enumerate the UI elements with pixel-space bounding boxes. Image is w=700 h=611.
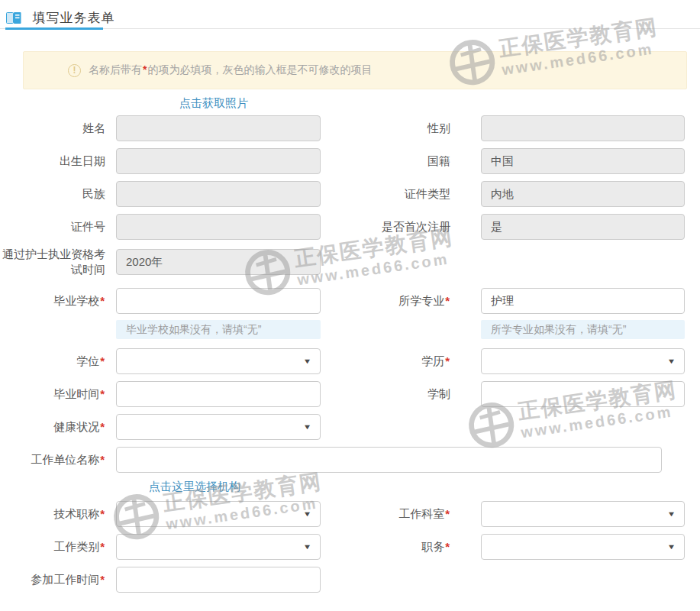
major-label: 所学专业* bbox=[350, 293, 450, 309]
row-employer: 工作单位名称* bbox=[0, 447, 700, 473]
required-asterisk: * bbox=[444, 507, 450, 520]
major-input[interactable] bbox=[481, 288, 685, 314]
row-exam-time: 通过护士执业资格考试时间 bbox=[0, 247, 700, 277]
required-asterisk: * bbox=[444, 294, 450, 307]
chevron-down-icon: ▼ bbox=[667, 510, 676, 518]
birth-date-label: 出生日期 bbox=[0, 154, 105, 169]
work-start-input[interactable] bbox=[116, 567, 321, 593]
department-select[interactable]: ▼ bbox=[481, 501, 685, 527]
required-asterisk: * bbox=[99, 420, 105, 433]
ethnicity-label: 民族 bbox=[0, 186, 105, 202]
duty-label: 职务* bbox=[350, 539, 450, 554]
required-asterisk: * bbox=[99, 453, 105, 466]
title-underline bbox=[5, 27, 103, 30]
form-book-icon bbox=[6, 11, 21, 28]
exam-time-input bbox=[116, 249, 321, 275]
work-category-label: 工作类别* bbox=[0, 539, 105, 554]
chevron-down-icon: ▼ bbox=[303, 357, 312, 365]
graduation-time-label: 毕业时间* bbox=[0, 386, 105, 402]
education-select[interactable]: ▼ bbox=[481, 348, 685, 374]
required-asterisk: * bbox=[99, 507, 105, 520]
required-asterisk: * bbox=[99, 294, 105, 307]
required-asterisk: * bbox=[99, 540, 105, 553]
gender-label: 性别 bbox=[350, 121, 450, 136]
notice-text: 名称后带有*的项为必填项，灰色的输入框是不可修改的项目 bbox=[89, 63, 372, 77]
page-header: 填写业务表单 bbox=[0, 0, 700, 29]
employer-label: 工作单位名称* bbox=[0, 452, 105, 467]
row-birth-nationality: 出生日期 国籍 bbox=[0, 148, 700, 174]
exam-time-label: 通过护士执业资格考试时间 bbox=[0, 247, 105, 277]
required-asterisk: * bbox=[99, 387, 105, 400]
ethnicity-input bbox=[116, 181, 321, 207]
graduation-time-input[interactable] bbox=[116, 381, 321, 407]
name-label: 姓名 bbox=[0, 121, 105, 136]
id-type-input bbox=[481, 181, 685, 207]
schooling-length-label: 学制 bbox=[350, 386, 450, 402]
degree-select[interactable]: ▼ bbox=[116, 348, 321, 374]
major-hint: 所学专业如果没有，请填“无” bbox=[481, 320, 685, 339]
row-techtitle-department: 技术职称* ▼ 工作科室* ▼ bbox=[0, 501, 700, 527]
row-work-start: 参加工作时间* bbox=[0, 567, 700, 593]
required-asterisk: * bbox=[99, 573, 105, 586]
chevron-down-icon: ▼ bbox=[303, 543, 312, 551]
tech-title-label: 技术职称* bbox=[0, 506, 105, 522]
health-label: 健康状况* bbox=[0, 419, 105, 435]
id-type-label: 证件类型 bbox=[350, 186, 450, 202]
business-form: 点击获取照片 姓名 性别 出生日期 国籍 民族 证件类型 bbox=[0, 96, 700, 600]
id-number-input bbox=[116, 214, 321, 240]
health-select[interactable]: ▼ bbox=[116, 414, 321, 440]
chevron-down-icon: ▼ bbox=[667, 357, 676, 365]
chevron-down-icon: ▼ bbox=[303, 510, 312, 518]
nationality-input bbox=[481, 148, 685, 174]
work-category-select[interactable]: ▼ bbox=[116, 534, 321, 560]
first-registration-input bbox=[481, 214, 685, 240]
tech-title-select[interactable]: ▼ bbox=[116, 501, 321, 527]
row-category-duty: 工作类别* ▼ 职务* ▼ bbox=[0, 534, 700, 560]
degree-label: 学位* bbox=[0, 354, 105, 369]
nationality-label: 国籍 bbox=[350, 154, 450, 169]
employer-input[interactable] bbox=[116, 447, 662, 473]
row-idnumber-firstreg: 证件号 是否首次注册 bbox=[0, 214, 700, 240]
notice-bar: ! 名称后带有*的项为必填项，灰色的输入框是不可修改的项目 bbox=[23, 51, 687, 89]
chevron-down-icon: ▼ bbox=[303, 423, 312, 431]
info-circle-icon: ! bbox=[68, 64, 81, 77]
row-school-major: 毕业学校* 所学专业* bbox=[0, 288, 700, 314]
chevron-down-icon: ▼ bbox=[667, 543, 676, 551]
schooling-length-input[interactable] bbox=[481, 381, 685, 407]
row-name-gender: 姓名 性别 bbox=[0, 115, 700, 141]
required-asterisk: * bbox=[444, 540, 450, 553]
required-asterisk: * bbox=[99, 354, 105, 367]
education-label: 学历* bbox=[350, 354, 450, 369]
page-title: 填写业务表单 bbox=[32, 11, 115, 25]
row-ethnicity-idtype: 民族 证件类型 bbox=[0, 181, 700, 207]
birth-date-input bbox=[116, 148, 321, 174]
id-number-label: 证件号 bbox=[0, 219, 105, 234]
get-photo-link[interactable]: 点击获取照片 bbox=[179, 96, 248, 109]
row-gradtime-length: 毕业时间* 学制 bbox=[0, 381, 700, 407]
school-label: 毕业学校* bbox=[0, 293, 105, 309]
required-asterisk: * bbox=[444, 354, 450, 367]
department-label: 工作科室* bbox=[350, 506, 450, 522]
name-input bbox=[116, 115, 321, 141]
row-health: 健康状况* ▼ bbox=[0, 414, 700, 440]
duty-select[interactable]: ▼ bbox=[481, 534, 685, 560]
gender-input bbox=[481, 115, 685, 141]
school-hint: 毕业学校如果没有，请填“无” bbox=[116, 320, 321, 339]
choose-org-link[interactable]: 点击这里选择机构 bbox=[149, 480, 240, 493]
first-registration-label: 是否首次注册 bbox=[350, 219, 450, 234]
school-input[interactable] bbox=[116, 288, 321, 314]
row-degree-education: 学位* ▼ 学历* ▼ bbox=[0, 348, 700, 374]
row-hints: 毕业学校如果没有，请填“无” 所学专业如果没有，请填“无” bbox=[0, 320, 700, 339]
work-start-label: 参加工作时间* bbox=[0, 572, 105, 587]
